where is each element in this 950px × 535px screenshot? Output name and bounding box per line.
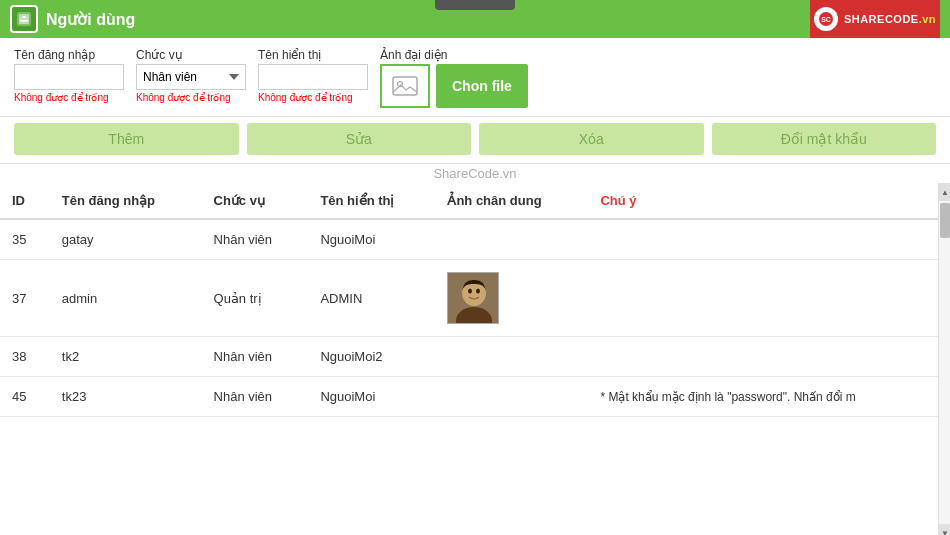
users-table: ID Tên đăng nhập Chức vụ Tên hiển thị Ản… — [0, 183, 950, 417]
ten-dang-nhap-label: Tên đăng nhập — [14, 48, 124, 62]
chuc-vu-label: Chức vụ — [136, 48, 246, 62]
ten-hien-thi-field: Tên hiển thị Không được để trống — [258, 48, 368, 103]
svg-rect-6 — [393, 77, 417, 95]
col-anh-chan-dung: Ảnh chân dung — [435, 183, 588, 219]
ten-hien-thi-input[interactable] — [258, 64, 368, 90]
ten-dang-nhap-field: Tên đăng nhập Không được để trống — [14, 48, 124, 103]
header-center-bar — [435, 0, 515, 10]
watermark: ShareCode.vn — [0, 164, 950, 183]
table-row[interactable]: 35gatayNhân viênNguoiMoi — [0, 219, 950, 260]
action-buttons-row: Thêm Sửa Xóa Đổi mật khẩu — [0, 117, 950, 164]
cell-anh — [435, 337, 588, 377]
cell-id: 38 — [0, 337, 50, 377]
cell-ten-hien-thi: NguoiMoi — [308, 219, 435, 260]
cell-id: 35 — [0, 219, 50, 260]
table-container: ID Tên đăng nhập Chức vụ Tên hiển thị Ản… — [0, 183, 950, 535]
col-ten-dang-nhap: Tên đăng nhập — [50, 183, 202, 219]
svg-point-12 — [476, 289, 480, 294]
header-icon — [10, 5, 38, 33]
cell-id: 45 — [0, 377, 50, 417]
svg-rect-2 — [22, 16, 26, 18]
svg-rect-3 — [20, 20, 28, 22]
chon-file-button[interactable]: Chon file — [436, 64, 528, 108]
cell-chu-y — [588, 219, 950, 260]
cell-chu-y — [588, 260, 950, 337]
cell-chuc-vu: Nhân viên — [202, 377, 309, 417]
chuc-vu-field: Chức vụ Nhân viên Quản trị Không được để… — [136, 48, 246, 103]
chuc-vu-select[interactable]: Nhân viên Quản trị — [136, 64, 246, 90]
cell-id: 37 — [0, 260, 50, 337]
col-chu-y: Chú ý — [588, 183, 950, 219]
chuc-vu-error: Không được để trống — [136, 92, 246, 103]
image-preview — [380, 64, 430, 108]
col-id: ID — [0, 183, 50, 219]
cell-ten-hien-thi: NguoiMoi2 — [308, 337, 435, 377]
table-header-row: ID Tên đăng nhập Chức vụ Tên hiển thị Ản… — [0, 183, 950, 219]
cell-anh — [435, 219, 588, 260]
ten-hien-thi-label: Tên hiển thị — [258, 48, 368, 62]
scroll-up-arrow[interactable]: ▲ — [939, 183, 950, 201]
sua-button[interactable]: Sửa — [247, 123, 472, 155]
logo-text: SHARECODE.vn — [844, 13, 936, 25]
svg-point-13 — [466, 295, 470, 297]
ten-dang-nhap-error: Không được để trống — [14, 92, 124, 103]
cell-anh — [435, 260, 588, 337]
cell-ten-dang-nhap: tk23 — [50, 377, 202, 417]
xoa-button[interactable]: Xóa — [479, 123, 704, 155]
ten-hien-thi-error: Không được để trống — [258, 92, 368, 103]
logo: SC SHARECODE.vn — [810, 0, 940, 38]
them-button[interactable]: Thêm — [14, 123, 239, 155]
header: Người dùng SC SHARECODE.vn — [0, 0, 950, 38]
vertical-scrollbar[interactable]: ▲ ▼ — [938, 183, 950, 535]
cell-chu-y: * Mật khẩu mặc định là "password". Nhấn … — [588, 377, 950, 417]
form-area: Tên đăng nhập Không được để trống Chức v… — [0, 38, 950, 117]
page-title: Người dùng — [46, 10, 135, 29]
ten-dang-nhap-input[interactable] — [14, 64, 124, 90]
doi-mat-khau-button[interactable]: Đổi mật khẩu — [712, 123, 937, 155]
scroll-thumb[interactable] — [940, 203, 950, 238]
anh-dai-dien-label: Ảnh đại diện — [380, 48, 528, 62]
cell-ten-dang-nhap: tk2 — [50, 337, 202, 377]
anh-dai-dien-field: Ảnh đại diện Chon file — [380, 48, 528, 108]
table-row[interactable]: 38tk2Nhân viênNguoiMoi2 — [0, 337, 950, 377]
avatar — [447, 272, 499, 324]
cell-ten-dang-nhap: gatay — [50, 219, 202, 260]
cell-anh — [435, 377, 588, 417]
svg-text:SC: SC — [821, 16, 831, 23]
cell-ten-dang-nhap: admin — [50, 260, 202, 337]
logo-circle: SC — [814, 7, 838, 31]
svg-rect-1 — [19, 14, 29, 24]
cell-chu-y — [588, 337, 950, 377]
col-ten-hien-thi: Tên hiển thị — [308, 183, 435, 219]
svg-point-11 — [468, 289, 472, 294]
cell-chuc-vu: Nhân viên — [202, 337, 309, 377]
cell-ten-hien-thi: NguoiMoi — [308, 377, 435, 417]
cell-chuc-vu: Quản trị — [202, 260, 309, 337]
cell-chuc-vu: Nhân viên — [202, 219, 309, 260]
form-row: Tên đăng nhập Không được để trống Chức v… — [14, 48, 936, 108]
table-row[interactable]: 37adminQuản trịADMIN — [0, 260, 950, 337]
table-row[interactable]: 45tk23Nhân viênNguoiMoi* Mật khẩu mặc đị… — [0, 377, 950, 417]
scroll-down-arrow[interactable]: ▼ — [939, 524, 950, 535]
cell-ten-hien-thi: ADMIN — [308, 260, 435, 337]
table-wrapper[interactable]: ID Tên đăng nhập Chức vụ Tên hiển thị Ản… — [0, 183, 950, 535]
svg-point-14 — [478, 295, 482, 297]
col-chuc-vu: Chức vụ — [202, 183, 309, 219]
